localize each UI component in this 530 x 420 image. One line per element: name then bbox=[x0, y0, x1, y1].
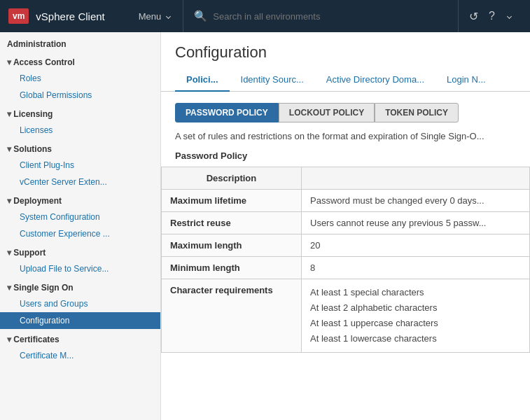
table-cell-label: Restrict reuse bbox=[162, 211, 302, 234]
char-req-line-2: At least 2 alphabetic characters bbox=[310, 300, 521, 316]
table-cell-value: 20 bbox=[302, 234, 530, 256]
table-cell-value: Users cannot reuse any previous 5 passw.… bbox=[302, 211, 530, 234]
main-layout: Administration Access Control Roles Glob… bbox=[0, 32, 530, 420]
char-req-line-1: At least 1 special characters bbox=[310, 285, 521, 300]
sidebar-section-header-admin: Administration bbox=[0, 32, 160, 52]
table-row: Restrict reuse Users cannot reuse any pr… bbox=[162, 211, 530, 234]
tab-policies[interactable]: Polici... bbox=[175, 69, 230, 92]
sidebar-section-licensing[interactable]: Licensing bbox=[0, 104, 160, 122]
token-policy-button[interactable]: TOKEN POLICY bbox=[375, 103, 459, 122]
char-req-line-3: At least 1 uppercase characters bbox=[310, 316, 521, 331]
sidebar-item-system-configuration[interactable]: System Configuration bbox=[0, 209, 160, 225]
help-icon[interactable]: ? bbox=[489, 10, 495, 22]
table-cell-label: Maximum lifetime bbox=[162, 189, 302, 211]
sidebar-item-upload-file[interactable]: Upload File to Service... bbox=[0, 260, 160, 277]
table-row: Maximum lifetime Password must be change… bbox=[162, 189, 530, 211]
tab-identity-sources[interactable]: Identity Sourc... bbox=[230, 69, 315, 92]
tab-active-directory[interactable]: Active Directory Doma... bbox=[315, 69, 435, 92]
main-content: Configuration Polici... Identity Sourc..… bbox=[161, 32, 530, 420]
nav-right-controls: ↺ ? bbox=[459, 0, 522, 32]
refresh-icon[interactable]: ↺ bbox=[469, 10, 478, 23]
sidebar-item-customer-experience[interactable]: Customer Experience ... bbox=[0, 225, 160, 242]
table-header-description: Description bbox=[162, 167, 302, 189]
menu-button[interactable]: Menu bbox=[126, 0, 184, 32]
menu-chevron-icon bbox=[166, 13, 171, 18]
sidebar-item-certificate-m[interactable]: Certificate M... bbox=[0, 347, 160, 364]
table-cell-label: Character requirements bbox=[162, 279, 302, 352]
table-cell-label: Maximum length bbox=[162, 234, 302, 256]
vm-logo: vm bbox=[8, 8, 29, 24]
table-cell-label: Minimum length bbox=[162, 256, 302, 279]
sidebar-item-global-permissions[interactable]: Global Permissions bbox=[0, 87, 160, 104]
sidebar-section-access-control[interactable]: Access Control bbox=[0, 52, 160, 70]
table-header-value bbox=[302, 167, 530, 189]
sidebar-section-sso[interactable]: Single Sign On bbox=[0, 277, 160, 295]
policy-section-title: Password Policy bbox=[161, 150, 530, 167]
sidebar: Administration Access Control Roles Glob… bbox=[0, 32, 161, 420]
table-cell-value: Password must be changed every 0 days... bbox=[302, 189, 530, 211]
tabs-bar: Polici... Identity Sourc... Active Direc… bbox=[161, 69, 530, 92]
policy-button-group: PASSWORD POLICY LOCKOUT POLICY TOKEN POL… bbox=[161, 92, 530, 130]
top-navigation: vm vSphere Client Menu 🔍 ↺ ? bbox=[0, 0, 530, 32]
description-text: A set of rules and restrictions on the f… bbox=[161, 130, 530, 150]
sidebar-section-certificates[interactable]: Certificates bbox=[0, 329, 160, 347]
app-title: vSphere Client bbox=[36, 10, 104, 22]
search-icon: 🔍 bbox=[194, 10, 207, 22]
sidebar-item-roles[interactable]: Roles bbox=[0, 70, 160, 87]
table-row: Minimum length 8 bbox=[162, 256, 530, 279]
table-cell-value: 8 bbox=[302, 256, 530, 279]
sidebar-item-configuration[interactable]: Configuration bbox=[0, 312, 160, 329]
table-row: Maximum length 20 bbox=[162, 234, 530, 256]
tab-login[interactable]: Login N... bbox=[435, 69, 497, 92]
policy-table: Description Maximum lifetime Password mu… bbox=[161, 167, 530, 353]
sidebar-section-solutions[interactable]: Solutions bbox=[0, 139, 160, 157]
char-req-line-4: At least 1 lowercase characters bbox=[310, 331, 521, 346]
lockout-policy-button[interactable]: LOCKOUT POLICY bbox=[279, 103, 375, 122]
search-bar: 🔍 bbox=[183, 0, 459, 32]
search-input[interactable] bbox=[213, 11, 447, 22]
sidebar-item-users-groups[interactable]: Users and Groups bbox=[0, 295, 160, 312]
sidebar-item-client-plugins[interactable]: Client Plug-Ins bbox=[0, 157, 160, 174]
table-row: Character requirements At least 1 specia… bbox=[162, 279, 530, 352]
sidebar-section-deployment[interactable]: Deployment bbox=[0, 190, 160, 209]
sidebar-section-support[interactable]: Support bbox=[0, 242, 160, 260]
password-policy-button[interactable]: PASSWORD POLICY bbox=[175, 103, 279, 122]
page-title: Configuration bbox=[161, 32, 530, 69]
table-cell-character-requirements: At least 1 special characters At least 2… bbox=[302, 279, 530, 352]
help-chevron-icon bbox=[507, 13, 512, 18]
sidebar-item-vcenter-server-exten[interactable]: vCenter Server Exten... bbox=[0, 174, 160, 190]
sidebar-item-licenses[interactable]: Licenses bbox=[0, 122, 160, 139]
